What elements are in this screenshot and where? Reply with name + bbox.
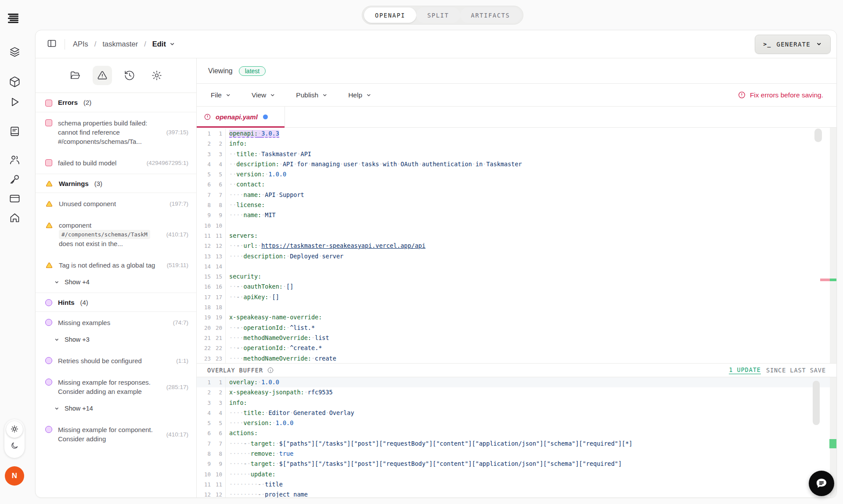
view-tab-openapi[interactable]: OPENAPI <box>364 7 416 23</box>
code-line[interactable]: 44··description:·API·for·managing·user·t… <box>197 159 836 169</box>
issues-section-warnings-header[interactable]: Warnings(3) <box>36 174 196 193</box>
code-line[interactable]: 77····-·target:·$["paths"]["/tasks"]["po… <box>197 439 836 449</box>
code-line[interactable]: 1010 <box>197 221 836 231</box>
issue-item[interactable]: Retries should be configured(1:1) <box>36 350 196 372</box>
code-line[interactable]: 1919x-speakeasy-name-override: <box>197 312 836 322</box>
view-tab-artifacts[interactable]: ARTIFACTS <box>460 7 521 23</box>
menu-bar: FileViewPublishHelp Fix errors before sa… <box>197 84 836 107</box>
code-line[interactable]: 1515security: <box>197 272 836 282</box>
overlay-scrollbar-thumb[interactable] <box>813 381 820 425</box>
issue-location: (410:17) <box>166 230 188 239</box>
issue-location: (410:17) <box>166 430 188 439</box>
package-nav-icon[interactable] <box>8 76 21 88</box>
code-line[interactable]: 33··title:·Taskmaster·API <box>197 149 836 159</box>
issues-section-hints-header[interactable]: Hints(4) <box>36 293 196 312</box>
ruler-mark-error[interactable] <box>820 279 830 281</box>
code-line[interactable]: 1313····description:·Deployed·server <box>197 251 836 261</box>
code-line[interactable]: 2222··-·operationId:·^create.* <box>197 343 836 353</box>
code-line[interactable]: 1414 <box>197 261 836 272</box>
layers-nav-icon[interactable] <box>8 46 21 58</box>
breadcrumb-item-apis[interactable]: APIs <box>73 40 88 48</box>
panel-tool-issues[interactable] <box>93 66 112 85</box>
scrollbar-thumb[interactable] <box>814 129 822 142</box>
chat-fab-button[interactable] <box>809 471 834 496</box>
code-line[interactable]: 22info: <box>197 139 836 149</box>
warning-icon <box>45 261 53 270</box>
billing-nav-icon[interactable] <box>8 193 21 205</box>
theme-light-button[interactable] <box>6 421 23 438</box>
play-nav-icon[interactable] <box>8 96 21 108</box>
code-line[interactable]: 11overlay:·1.0.0 <box>197 377 836 387</box>
panel-tool-files[interactable] <box>65 66 85 85</box>
code-line[interactable]: 99····name:·MIT <box>197 210 836 220</box>
update-link[interactable]: 1 UPDATE <box>729 366 761 374</box>
version-badge[interactable]: latest <box>239 66 266 76</box>
panel-tool-settings[interactable] <box>147 66 166 85</box>
show-more-button[interactable]: Show +14 <box>36 402 196 419</box>
code-line[interactable]: 1111servers: <box>197 231 836 241</box>
menu-publish[interactable]: Publish <box>296 91 328 99</box>
panel-toolbar <box>36 58 196 93</box>
user-avatar[interactable]: N <box>5 466 24 486</box>
code-line[interactable]: 1212········-·project_name <box>197 490 836 498</box>
code-line[interactable]: 1616··-·oauthToken:·[] <box>197 282 836 292</box>
overlay-ruler-mark-change[interactable] <box>829 439 836 448</box>
issue-item[interactable]: Tag is not defined as a global tag(519:1… <box>36 254 196 276</box>
issue-item[interactable]: Missing example for responses. Consider … <box>36 372 196 402</box>
home-nav-icon[interactable] <box>8 212 21 224</box>
code-line[interactable]: 1010······update: <box>197 469 836 479</box>
section-count: (4) <box>80 299 88 306</box>
code-line[interactable]: 2323····methodNameOverride:·create <box>197 354 836 363</box>
code-line[interactable]: 77····name:·API·Support <box>197 190 836 200</box>
menu-help[interactable]: Help <box>348 91 372 99</box>
code-line[interactable]: 2020··-·operationId:·^list.* <box>197 323 836 333</box>
code-line[interactable]: 1717··-·apiKey:·[] <box>197 292 836 302</box>
view-tab-split[interactable]: SPLIT <box>416 7 460 23</box>
code-line[interactable]: 66actions: <box>197 428 836 438</box>
code-line[interactable]: 1111········-·title <box>197 479 836 490</box>
code-line[interactable]: 22x-speakeasy-jsonpath:·rfc9535 <box>197 387 836 397</box>
issue-location: (4294967295:1) <box>147 158 188 168</box>
issue-item[interactable]: Missing example for component. Consider … <box>36 419 196 450</box>
file-tab[interactable]: openapi.yaml <box>197 107 285 127</box>
code-line[interactable]: 55··version:·1.0.0 <box>197 169 836 179</box>
code-line[interactable]: 1212··-·url:·https://taskmaster-speakeas… <box>197 241 836 251</box>
code-line[interactable]: 1818 <box>197 302 836 312</box>
breadcrumb-separator: / <box>144 40 146 48</box>
code-line[interactable]: 11openapi:·3.0.3 <box>197 129 836 139</box>
code-line[interactable]: 55····version:·1.0.0 <box>197 418 836 428</box>
generate-button[interactable]: >_ GENERATE <box>755 35 831 54</box>
key-nav-icon[interactable] <box>8 173 21 186</box>
show-more-button[interactable]: Show +3 <box>36 333 196 350</box>
chevron-down-icon <box>225 92 231 98</box>
code-line[interactable]: 88··license: <box>197 200 836 210</box>
sidebar-toggle-button[interactable] <box>45 38 58 51</box>
book-nav-icon[interactable] <box>8 125 21 138</box>
code-line[interactable]: 99····-·target:·$["paths"]["/tasks"]["po… <box>197 459 836 469</box>
show-more-button[interactable]: Show +4 <box>36 276 196 293</box>
issue-item[interactable]: failed to build model(4294967295:1) <box>36 152 196 174</box>
issue-location: (74:7) <box>173 318 188 327</box>
code-line[interactable]: 2121····methodNameOverride:·list <box>197 333 836 343</box>
issues-section-errors-header[interactable]: Errors(2) <box>36 93 196 112</box>
chevron-down-icon <box>366 92 372 98</box>
schema-ref-chip: #/components/schemas/TaskM <box>59 230 150 239</box>
chevron-down-icon <box>54 406 60 411</box>
ruler-mark-change[interactable] <box>830 279 836 281</box>
issue-item[interactable]: Unused component(197:7) <box>36 193 196 214</box>
mode-dropdown[interactable]: Edit <box>152 40 176 48</box>
info-icon[interactable] <box>267 367 274 374</box>
menu-file[interactable]: File <box>211 91 231 99</box>
users-nav-icon[interactable] <box>8 154 21 166</box>
breadcrumb-item-taskmaster[interactable]: taskmaster <box>102 40 138 48</box>
issue-item[interactable]: schema properties build failed: cannot f… <box>36 112 196 152</box>
issue-item[interactable]: Missing examples(74:7) <box>36 312 196 333</box>
code-line[interactable]: 66··contact: <box>197 179 836 189</box>
code-line[interactable]: 33info: <box>197 398 836 408</box>
issue-item[interactable]: component #/components/schemas/TaskM doe… <box>36 214 196 254</box>
code-line[interactable]: 88······remove:·true <box>197 449 836 459</box>
code-line[interactable]: 44····title:·Editor·Generated·Overlay <box>197 408 836 418</box>
theme-dark-button[interactable] <box>6 438 23 454</box>
panel-tool-history[interactable] <box>120 66 139 85</box>
menu-view[interactable]: View <box>252 91 276 99</box>
